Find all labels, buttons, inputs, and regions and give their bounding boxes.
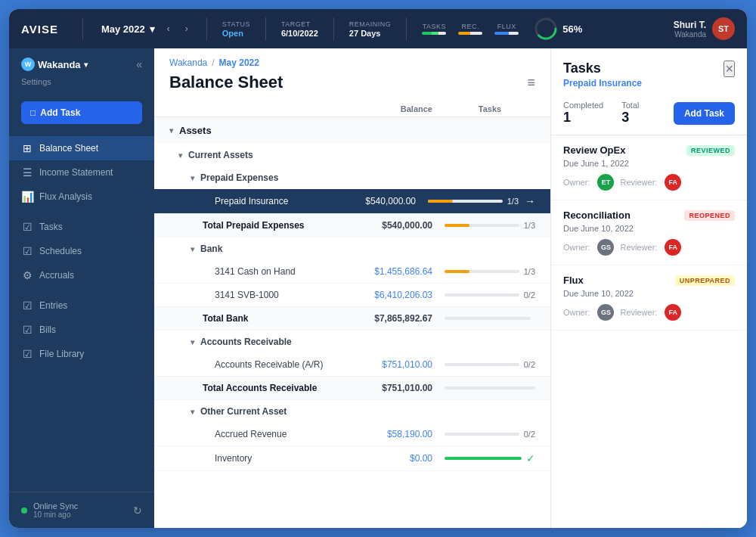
nav-divider-3: [265, 17, 266, 40]
task-card-reconciliation[interactable]: Reconciliation REOPENED Due June 10, 202…: [551, 200, 747, 265]
task-bar: [445, 363, 519, 366]
nav-center: May 2022 ▾ ‹ › STATUS Open TARGET 6/10/2…: [101, 17, 662, 41]
collapse-icon: ▾: [191, 245, 194, 253]
row-total-ar[interactable]: Total Accounts Receivable $751,010.00: [154, 377, 550, 400]
sidebar-item-label: Balance Sheet: [39, 143, 98, 154]
tasks-panel-subtitle: Prepaid Insurance: [563, 78, 642, 88]
nav-divider-5: [406, 17, 407, 40]
row-ar[interactable]: Accounts Receivable (A/R) $751,010.00 0/…: [154, 353, 550, 377]
status-badge: REOPENED: [684, 210, 735, 221]
sidebar-item-tasks[interactable]: ☑ Tasks: [9, 215, 154, 239]
entries-icon: ☑: [21, 300, 33, 312]
owner-avatar: GS: [597, 239, 614, 256]
sync-icon[interactable]: ↻: [133, 504, 142, 517]
nav-metrics: TASKS REC. FLUX: [422, 23, 519, 35]
app-logo: AVISE: [21, 23, 58, 36]
avatar: ST: [712, 17, 735, 40]
owner-avatar: GS: [597, 304, 614, 321]
group-accounts-receivable[interactable]: ▾ Accounts Receivable: [154, 331, 550, 353]
add-task-panel-button[interactable]: Add Task: [674, 102, 735, 125]
sidebar-item-balance-sheet[interactable]: ⊞ Balance Sheet: [9, 136, 154, 160]
sidebar-item-schedules[interactable]: ☑ Schedules: [9, 239, 154, 263]
progress-svg: [534, 17, 558, 41]
collapse-icon: ▾: [191, 338, 194, 346]
row-prepaid-insurance[interactable]: Prepaid Insurance $540,000.00 1/3 →: [154, 189, 550, 214]
reviewer-avatar: FA: [665, 304, 681, 321]
row-inventory[interactable]: Inventory $0.00 ✓: [154, 446, 550, 471]
sidebar-item-entries[interactable]: ☑ Entries: [9, 293, 154, 318]
task-bar: [445, 433, 519, 436]
chevron-down-icon: ▾: [84, 61, 88, 69]
subsection-current-assets[interactable]: ▾ Current Assets: [154, 144, 550, 166]
main-content: Wakanda / May 2022 Balance Sheet ≡ Balan…: [154, 48, 550, 528]
flux-metric: FLUX: [494, 23, 519, 35]
sidebar-item-label: Entries: [39, 300, 67, 311]
settings-link[interactable]: Settings: [9, 77, 154, 95]
add-task-button[interactable]: □ Add Task: [21, 101, 142, 124]
task-bar: [445, 457, 522, 460]
tasks-bar: [422, 32, 446, 35]
main-body: W Wakanda ▾ « Settings □ Add Task ⊞ Bala…: [9, 48, 747, 528]
sidebar-item-flux-analysis[interactable]: 📊 Flux Analysis: [9, 185, 154, 209]
tasks-panel: Tasks Prepaid Insurance × Completed 1 To…: [550, 48, 747, 528]
sidebar-item-bills[interactable]: ☑ Bills: [9, 318, 154, 342]
reviewer-avatar: FA: [665, 174, 681, 191]
target-stat: TARGET 6/10/2022: [281, 20, 318, 38]
breadcrumb: Wakanda / May 2022: [169, 57, 535, 68]
row-cash-on-hand[interactable]: 3141 Cash on Hand $1,455,686.64 1/3: [154, 260, 550, 284]
breadcrumb-month[interactable]: May 2022: [219, 57, 259, 68]
task-bar: [445, 293, 519, 296]
month-label: May 2022: [101, 23, 145, 35]
rec-metric: REC.: [458, 23, 482, 35]
group-label: Prepaid Expenses: [200, 172, 278, 183]
breadcrumb-workspace[interactable]: Wakanda: [169, 57, 207, 68]
sidebar-item-label: File Library: [39, 349, 84, 359]
chevron-down-icon: ▾: [150, 23, 155, 35]
file-library-icon: ☑: [21, 348, 33, 360]
user-info: Shuri T. Wakanda: [674, 20, 706, 39]
task-bar: [428, 200, 503, 203]
group-bank[interactable]: ▾ Bank: [154, 237, 550, 260]
sidebar-footer: Online Sync 10 min ago ↻: [9, 492, 154, 528]
schedules-icon: ☑: [21, 245, 33, 257]
next-month-button[interactable]: ›: [182, 22, 191, 36]
prev-month-button[interactable]: ‹: [164, 22, 173, 36]
sidebar-header: W Wakanda ▾ «: [9, 48, 154, 77]
task-card-review-opex[interactable]: Review OpEx REVIEWED Due June 1, 2022 Ow…: [551, 135, 747, 200]
online-indicator: [21, 508, 27, 514]
remaining-stat: REMAINING 27 Days: [349, 20, 392, 38]
content-header: Wakanda / May 2022 Balance Sheet ≡: [154, 48, 550, 101]
bills-icon: ☑: [21, 324, 33, 336]
workspace-name[interactable]: W Wakanda ▾: [21, 57, 88, 71]
sidebar-item-file-library[interactable]: ☑ File Library: [9, 342, 154, 366]
row-total-prepaid[interactable]: Total Prepaid Expenses $540,000.00 1/3: [154, 214, 550, 237]
income-statement-icon: ☰: [21, 166, 33, 178]
close-tasks-panel-button[interactable]: ×: [723, 61, 735, 77]
tasks-icon: ☑: [21, 221, 33, 233]
row-total-bank[interactable]: Total Bank $7,865,892.67: [154, 307, 550, 331]
task-card-flux[interactable]: Flux UNPREPARED Due June 10, 2022 Owner:…: [551, 265, 747, 331]
check-icon: ✓: [526, 452, 535, 464]
sidebar-item-income-statement[interactable]: ☰ Income Statement: [9, 160, 154, 185]
sidebar-item-label: Bills: [39, 324, 56, 335]
section-assets[interactable]: ▾ Assets: [154, 117, 550, 144]
status-stat: STATUS Open: [222, 20, 250, 38]
page-title-row: Balance Sheet ≡: [169, 73, 535, 101]
progress-circle: 56%: [534, 17, 582, 41]
group-other-current-asset[interactable]: ▾ Other Current Asset: [154, 400, 550, 423]
group-prepaid-expenses[interactable]: ▾ Prepaid Expenses: [154, 166, 550, 189]
sidebar-item-accruals[interactable]: ⚙ Accruals: [9, 263, 154, 287]
collapse-icon: ▾: [191, 408, 194, 416]
row-svb-1000[interactable]: 3141 SVB-1000 $6,410,206.03 0/2: [154, 284, 550, 307]
row-accrued-revenue[interactable]: Accrued Revenue $58,190.00 0/2: [154, 423, 550, 446]
sidebar-item-label: Schedules: [39, 246, 82, 256]
user-area: Shuri T. Wakanda ST: [674, 17, 735, 40]
menu-icon[interactable]: ≡: [527, 75, 535, 91]
table-header-row: Balance Tasks: [154, 101, 550, 117]
group-label: Bank: [200, 244, 222, 254]
workspace-icon: W: [21, 57, 35, 71]
collapse-icon: ▾: [178, 151, 182, 160]
month-selector[interactable]: May 2022 ▾: [101, 23, 155, 35]
collapse-sidebar-icon[interactable]: «: [136, 58, 142, 70]
table-content: ▾ Assets ▾ Current Assets ▾ Prepaid Expe…: [154, 117, 550, 528]
